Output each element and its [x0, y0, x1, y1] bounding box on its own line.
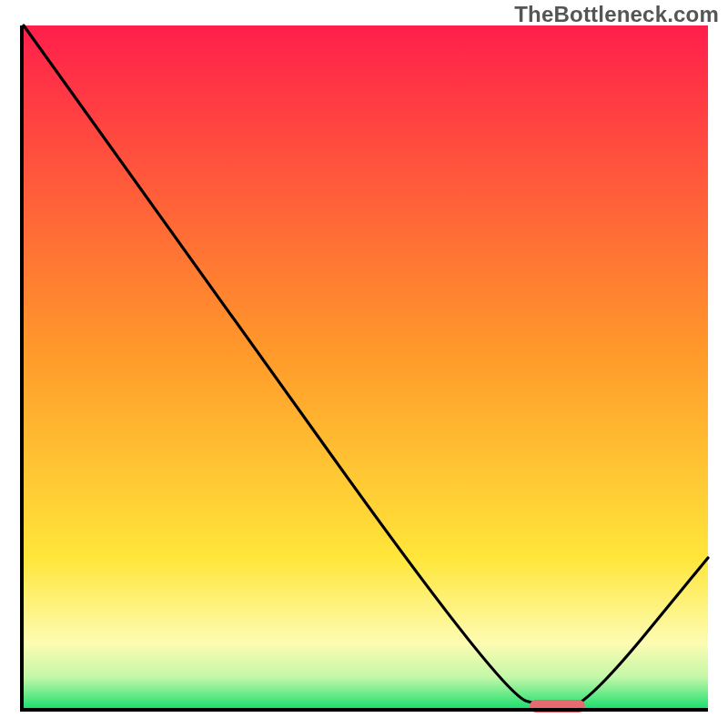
chart-canvas: TheBottleneck.com — [0, 0, 728, 728]
axes-frame — [20, 25, 708, 712]
